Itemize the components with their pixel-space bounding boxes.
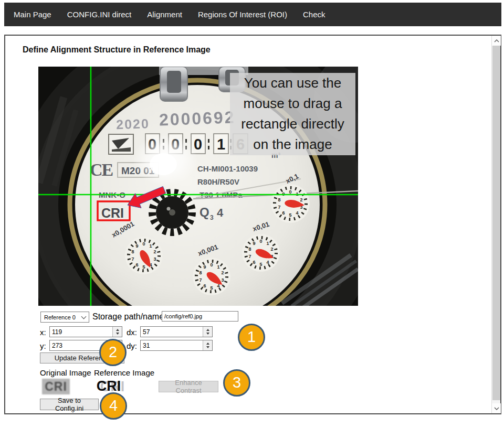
- svg-text:Q: Q: [200, 205, 209, 219]
- svg-text:6: 6: [136, 262, 139, 268]
- svg-text:5: 5: [142, 264, 145, 270]
- dy-input-wrap: [140, 340, 213, 351]
- svg-text:2: 2: [221, 270, 224, 275]
- svg-text:1: 1: [266, 241, 269, 246]
- spin-up-icon: [206, 329, 209, 331]
- svg-text:0: 0: [210, 262, 213, 268]
- dy-input[interactable]: [140, 340, 213, 351]
- reference-select-value: Reference 0: [44, 314, 76, 320]
- svg-text:2: 2: [300, 197, 302, 202]
- nav-regions-of-interest[interactable]: Regions Of Interest (ROI): [198, 10, 287, 19]
- svg-text:5: 5: [259, 262, 262, 267]
- type-line1: CH-MI001-10039: [197, 164, 258, 173]
- svg-text:6: 6: [204, 283, 206, 288]
- svg-text:1: 1: [217, 136, 225, 153]
- scrollbar-down-button[interactable]: [492, 403, 501, 413]
- spin-up-icon: [116, 329, 119, 331]
- nav-config-ini-direct[interactable]: CONFIG.INI direct: [67, 10, 132, 19]
- svg-text:2: 2: [270, 247, 273, 252]
- svg-text:9: 9: [136, 243, 139, 249]
- svg-text:1: 1: [149, 243, 152, 249]
- annotation-badge-1: 1: [238, 324, 265, 351]
- annotation-badge-3: 3: [223, 369, 250, 397]
- scrollbar-up-icon: [494, 39, 499, 42]
- svg-text:6: 6: [282, 210, 285, 216]
- dx-label: dx:: [127, 328, 137, 337]
- hint-line: on the image: [230, 134, 355, 155]
- save-to-config-button[interactable]: Save to Config.ini: [40, 399, 99, 410]
- reference-select[interactable]: Reference 0: [40, 312, 89, 323]
- x-label: x:: [40, 328, 46, 337]
- dial-x001: 01 23 45 67 89: [242, 234, 280, 272]
- marker-text: CRI: [101, 206, 124, 220]
- svg-text:8: 8: [200, 270, 202, 275]
- svg-text:5: 5: [289, 212, 291, 218]
- x-input[interactable]: [49, 326, 122, 337]
- svg-text:4: 4: [296, 210, 298, 216]
- svg-text:3: 3: [153, 256, 156, 262]
- svg-text:4: 4: [266, 260, 269, 265]
- svg-text:9: 9: [253, 241, 256, 246]
- dx-spinner[interactable]: [203, 327, 212, 337]
- svg-text:7: 7: [278, 205, 281, 210]
- dial-x0001: 01 23 45 67 89: [193, 258, 230, 295]
- dial-x01: 01 23 45 67 89: [271, 184, 310, 223]
- svg-text:7: 7: [249, 254, 251, 259]
- svg-text:6: 6: [253, 260, 256, 265]
- svg-text:7: 7: [200, 277, 202, 283]
- svg-text:7: 7: [132, 256, 134, 262]
- svg-text:2: 2: [153, 249, 156, 254]
- svg-text:4: 4: [217, 206, 224, 219]
- hint-line: You can use the: [230, 73, 355, 93]
- dy-spinner[interactable]: [203, 340, 212, 350]
- y-label: y:: [40, 341, 46, 350]
- original-image-thumb: CRI: [42, 379, 70, 394]
- spin-up-icon: [206, 343, 209, 345]
- type-line2: R80H/R50V: [197, 177, 239, 186]
- enhance-contrast-button[interactable]: Enhance Contrast: [159, 381, 218, 392]
- svg-text:3: 3: [221, 277, 224, 283]
- svg-text:0: 0: [289, 189, 291, 195]
- dx-input[interactable]: [140, 326, 213, 337]
- svg-text:2020: 2020: [116, 116, 150, 132]
- vertical-scrollbar[interactable]: [491, 36, 500, 413]
- spin-down-icon: [206, 333, 209, 335]
- annotation-badge-2: 2: [99, 339, 127, 366]
- svg-text:0: 0: [142, 241, 145, 247]
- nav-check[interactable]: Check: [303, 10, 326, 19]
- chevron-down-icon: [81, 314, 87, 319]
- svg-text:5: 5: [210, 285, 213, 291]
- dx-input-wrap: [140, 326, 213, 337]
- hint-line: rectangle directly: [230, 114, 355, 134]
- reference-image[interactable]: 2020 2000692 0 0 0 1 6: [38, 67, 358, 306]
- svg-text:1: 1: [217, 264, 219, 270]
- svg-text:8: 8: [249, 247, 251, 252]
- reference-image-label: Reference Image: [94, 368, 154, 377]
- scrollbar-up-button[interactable]: [492, 36, 501, 46]
- storage-path-input[interactable]: [162, 311, 238, 322]
- image-hint-overlay: You can use the mouse to drag a rectangl…: [230, 73, 355, 155]
- scrollbar-thumb[interactable]: [492, 46, 500, 400]
- x-spinner[interactable]: [112, 327, 122, 337]
- ce-mark: CE: [90, 160, 113, 179]
- annotation-badge-4: 4: [100, 392, 127, 420]
- top-nav: Main Page CONFIG.INI direct Alignment Re…: [4, 3, 501, 26]
- spin-down-icon: [116, 333, 119, 335]
- svg-text:8: 8: [132, 249, 134, 254]
- dial-x00001: 01 23 45 67 89: [125, 237, 163, 274]
- svg-text:8: 8: [278, 197, 281, 202]
- svg-text:2000692: 2000692: [159, 108, 236, 129]
- page: Main Page CONFIG.INI direct Alignment Re…: [0, 0, 504, 428]
- svg-text:3: 3: [210, 214, 214, 221]
- dy-label: dy:: [127, 341, 137, 350]
- nav-main-page[interactable]: Main Page: [14, 10, 51, 19]
- svg-text:9: 9: [204, 264, 206, 270]
- nav-alignment[interactable]: Alignment: [147, 10, 182, 19]
- x-input-wrap: [49, 326, 122, 337]
- scrollbar-down-icon: [494, 407, 499, 410]
- storage-path-label: Storage path/name:: [92, 312, 166, 322]
- svg-text:0: 0: [259, 239, 262, 244]
- original-image-label: Original Image: [40, 368, 91, 377]
- page-title: Define Alignment Structure in Reference …: [23, 45, 211, 55]
- hint-line: mouse to drag a: [230, 93, 355, 114]
